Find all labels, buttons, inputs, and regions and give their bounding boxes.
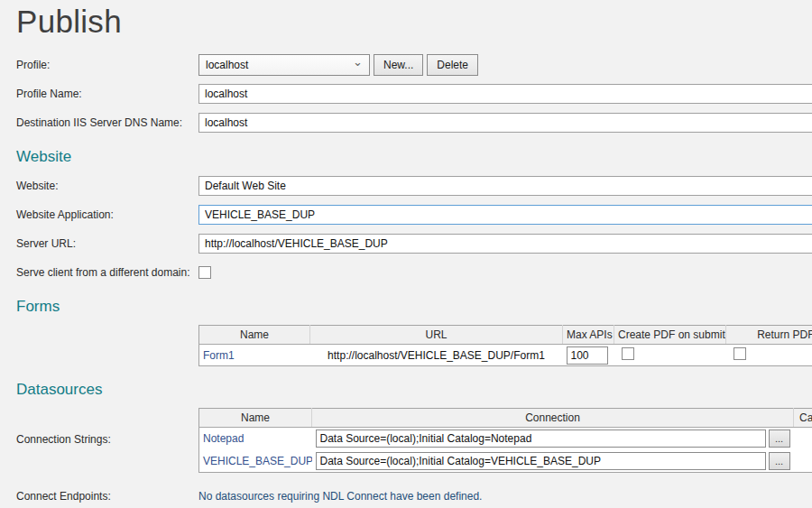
website-application-input[interactable] — [198, 205, 812, 225]
profile-name-label: Profile Name: — [16, 88, 198, 100]
forms-header-create-pdf[interactable]: Create PDF on submit — [614, 326, 726, 345]
website-section-heading: Website — [16, 148, 812, 166]
table-row: Form1 http://localhost/VEHICLE_BASE_DUP/… — [199, 345, 812, 366]
forms-header-name[interactable]: Name — [199, 326, 310, 345]
forms-header-return-pdf-url[interactable]: Return PDF URL — [726, 326, 812, 345]
create-pdf-checkbox[interactable] — [622, 347, 634, 360]
server-url-row: Server URL: — [16, 233, 812, 254]
max-apis-input[interactable] — [567, 346, 608, 365]
connection-strings-label: Connection Strings: — [16, 408, 198, 446]
datasources-header-catalog[interactable]: Ca — [794, 409, 812, 428]
server-url-input[interactable] — [198, 234, 812, 254]
datasources-header-connection[interactable]: Connection — [312, 409, 794, 428]
website-row: Website: — [16, 175, 812, 197]
connect-endpoints-row: Connect Endpoints: No datasources requir… — [16, 490, 812, 503]
profile-label: Profile: — [16, 59, 198, 71]
return-pdf-url-checkbox[interactable] — [734, 347, 746, 360]
forms-table-header-row: Name URL Max APIs Create PDF on submit R… — [199, 326, 812, 345]
new-profile-button[interactable]: New... — [374, 54, 423, 76]
vehicle-base-dup-connection-input[interactable] — [316, 452, 766, 470]
notepad-datasource-link[interactable]: Notepad — [203, 432, 244, 445]
connect-endpoints-message: No datasources requiring NDL Connect hav… — [198, 490, 482, 503]
datasources-section-heading: Datasources — [16, 381, 812, 399]
datasources-header-name[interactable]: Name — [199, 409, 312, 428]
table-row: VEHICLE_BASE_DUP ... — [199, 450, 812, 473]
destination-dns-label: Destination IIS Server DNS Name: — [16, 116, 198, 129]
forms-header-max-apis[interactable]: Max APIs — [563, 326, 614, 345]
chevron-down-icon: ⌄ — [353, 58, 363, 67]
profile-name-input[interactable] — [198, 84, 812, 104]
connection-strings-row: Connection Strings: Name Connection Ca N… — [16, 408, 812, 473]
delete-profile-button[interactable]: Delete — [427, 54, 478, 76]
forms-table: Name URL Max APIs Create PDF on submit R… — [198, 325, 812, 366]
forms-section-heading: Forms — [16, 298, 812, 316]
form1-link[interactable]: Form1 — [203, 349, 235, 362]
serve-client-label: Serve client from a different domain: — [16, 266, 198, 279]
page-title: Publish — [16, 4, 812, 40]
serve-client-checkbox[interactable] — [198, 266, 211, 279]
website-input[interactable] — [198, 176, 812, 196]
profile-controls: localhost ⌄ New... Delete — [198, 54, 812, 76]
form1-url: http://localhost/VEHICLE_BASE_DUP/Form1 — [310, 345, 563, 366]
server-url-label: Server URL: — [16, 237, 198, 250]
serve-client-row: Serve client from a different domain: — [16, 262, 812, 283]
website-application-row: Website Application: — [16, 204, 812, 226]
forms-table-wrap: Name URL Max APIs Create PDF on submit R… — [198, 325, 812, 366]
website-application-label: Website Application: — [16, 208, 198, 221]
profile-dropdown[interactable]: localhost ⌄ — [198, 54, 370, 76]
profile-dropdown-value: localhost — [206, 59, 248, 71]
destination-dns-input[interactable] — [198, 113, 812, 133]
table-row: Notepad ... — [199, 428, 812, 450]
destination-dns-row: Destination IIS Server DNS Name: — [16, 112, 812, 134]
connect-endpoints-label: Connect Endpoints: — [16, 490, 198, 503]
vehicle-base-dup-browse-button[interactable]: ... — [769, 452, 790, 470]
forms-header-url[interactable]: URL — [310, 326, 563, 345]
notepad-connection-input[interactable] — [316, 429, 766, 448]
datasources-table-header-row: Name Connection Ca — [199, 409, 812, 428]
publish-page: Publish Profile: localhost ⌄ New... Dele… — [0, 4, 812, 503]
datasources-table: Name Connection Ca Notepad ... — [198, 408, 812, 473]
website-label: Website: — [16, 180, 198, 192]
notepad-browse-button[interactable]: ... — [769, 429, 790, 448]
profile-name-row: Profile Name: — [16, 83, 812, 105]
vehicle-base-dup-datasource-link[interactable]: VEHICLE_BASE_DUP — [203, 455, 312, 467]
profile-row: Profile: localhost ⌄ New... Delete — [16, 54, 812, 76]
